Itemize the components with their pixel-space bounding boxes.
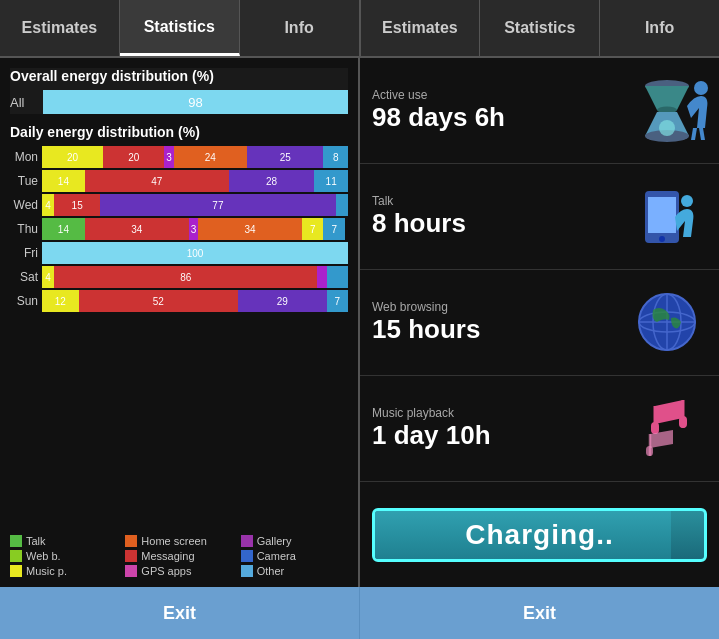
svg-point-11 <box>681 195 693 207</box>
hourglass-icon <box>627 76 707 146</box>
stat-label-talk: Talk <box>372 194 617 208</box>
segment: 29 <box>238 290 327 312</box>
legend-item-other: Other <box>241 565 348 577</box>
day-row-wed: Wed 4 15 77 <box>10 194 348 216</box>
segment: 4 <box>42 194 54 216</box>
stat-label-music: Music playback <box>372 406 617 420</box>
bottom-navigation: Exit Exit <box>0 587 719 639</box>
stat-value-active-use: 98 days 6h <box>372 102 617 133</box>
svg-point-7 <box>694 81 708 95</box>
left-panel-tabs: Estimates Statistics Info <box>0 0 361 56</box>
legend-color-gps <box>125 565 137 577</box>
tab-estimates-left[interactable]: Estimates <box>0 0 120 56</box>
daily-bars: Mon 20 20 3 24 25 8 Tue 14 47 <box>10 146 348 312</box>
top-navigation: Estimates Statistics Info Estimates Stat… <box>0 0 719 58</box>
legend-color-other <box>241 565 253 577</box>
legend-item-camera: Camera <box>241 550 348 562</box>
segment: 12 <box>42 290 79 312</box>
segment: 7 <box>302 218 323 240</box>
segment: 15 <box>54 194 100 216</box>
legend-item-gallery: Gallery <box>241 535 348 547</box>
stat-value-web: 15 hours <box>372 314 617 345</box>
segment: 28 <box>229 170 315 192</box>
daily-energy-section: Daily energy distribution (%) Mon 20 20 … <box>10 124 348 521</box>
segment: 34 <box>198 218 302 240</box>
legend-color-gallery <box>241 535 253 547</box>
main-content: Overall energy distribution (%) All 98 D… <box>0 58 719 587</box>
stat-row-talk: Talk 8 hours <box>360 164 719 270</box>
exit-button-right[interactable]: Exit <box>360 587 719 639</box>
day-row-tue: Tue 14 47 28 11 <box>10 170 348 192</box>
day-row-fri: Fri 100 <box>10 242 348 264</box>
legend-item-music: Music p. <box>10 565 117 577</box>
segment: 24 <box>174 146 247 168</box>
charging-row: Charging.. <box>360 482 719 587</box>
segment: 14 <box>42 170 85 192</box>
tab-estimates-right[interactable]: Estimates <box>361 0 481 56</box>
charging-bar: Charging.. <box>372 508 707 562</box>
legend-color-homescreen <box>125 535 137 547</box>
svg-point-5 <box>659 120 675 136</box>
segment: 86 <box>54 266 317 288</box>
stat-label-active-use: Active use <box>372 88 617 102</box>
legend-item-web: Web b. <box>10 550 117 562</box>
segment: 3 <box>164 146 173 168</box>
segment: 77 <box>100 194 336 216</box>
day-row-mon: Mon 20 20 3 24 25 8 <box>10 146 348 168</box>
legend-color-web <box>10 550 22 562</box>
segment: 25 <box>247 146 324 168</box>
segment: 8 <box>323 146 347 168</box>
chart-legend: Talk Home screen Gallery Web b. Messagin… <box>10 535 348 577</box>
segment: 34 <box>85 218 189 240</box>
segment: 20 <box>103 146 164 168</box>
segment: 4 <box>42 266 54 288</box>
stat-value-music: 1 day 10h <box>372 420 617 451</box>
stat-value-talk: 8 hours <box>372 208 617 239</box>
day-row-sun: Sun 12 52 29 7 <box>10 290 348 312</box>
stat-label-web: Web browsing <box>372 300 617 314</box>
tab-info-left[interactable]: Info <box>240 0 359 56</box>
charging-text: Charging.. <box>465 519 613 551</box>
svg-point-10 <box>659 236 665 242</box>
svg-rect-9 <box>648 197 676 233</box>
stat-row-active-use: Active use 98 days 6h <box>360 58 719 164</box>
legend-item-gps: GPS apps <box>125 565 232 577</box>
tab-statistics-left[interactable]: Statistics <box>120 0 240 56</box>
overall-bar-container: All 98 <box>10 90 348 114</box>
exit-button-left[interactable]: Exit <box>0 587 360 639</box>
globe-icon <box>627 288 707 358</box>
legend-color-messaging <box>125 550 137 562</box>
legend-item-talk: Talk <box>10 535 117 547</box>
segment <box>336 194 348 216</box>
segment: 47 <box>85 170 229 192</box>
stat-row-web: Web browsing 15 hours <box>360 270 719 376</box>
segment: 100 <box>42 242 348 264</box>
day-row-thu: Thu 14 34 3 34 7 7 <box>10 218 348 240</box>
segment <box>317 266 326 288</box>
legend-color-camera <box>241 550 253 562</box>
legend-item-homescreen: Home screen <box>125 535 232 547</box>
phone-icon <box>627 182 707 252</box>
segment: 3 <box>189 218 198 240</box>
right-panel: Active use 98 days 6h <box>360 58 719 587</box>
day-row-sat: Sat 4 86 <box>10 266 348 288</box>
tab-statistics-right[interactable]: Statistics <box>480 0 600 56</box>
segment: 14 <box>42 218 85 240</box>
legend-color-talk <box>10 535 22 547</box>
daily-title: Daily energy distribution (%) <box>10 124 348 140</box>
overall-title: Overall energy distribution (%) <box>10 68 348 84</box>
segment: 11 <box>314 170 348 192</box>
right-panel-tabs: Estimates Statistics Info <box>361 0 720 56</box>
legend-color-music <box>10 565 22 577</box>
overall-row-label: All <box>10 95 35 110</box>
music-icon <box>627 394 707 464</box>
segment <box>327 266 348 288</box>
segment: 7 <box>327 290 348 312</box>
left-panel: Overall energy distribution (%) All 98 D… <box>0 58 360 587</box>
segment: 7 <box>323 218 344 240</box>
segment: 52 <box>79 290 238 312</box>
tab-info-right[interactable]: Info <box>600 0 719 56</box>
stat-row-music: Music playback 1 day 10h <box>360 376 719 482</box>
overall-energy-section: Overall energy distribution (%) All 98 <box>10 68 348 114</box>
overall-bar: 98 <box>43 90 348 114</box>
